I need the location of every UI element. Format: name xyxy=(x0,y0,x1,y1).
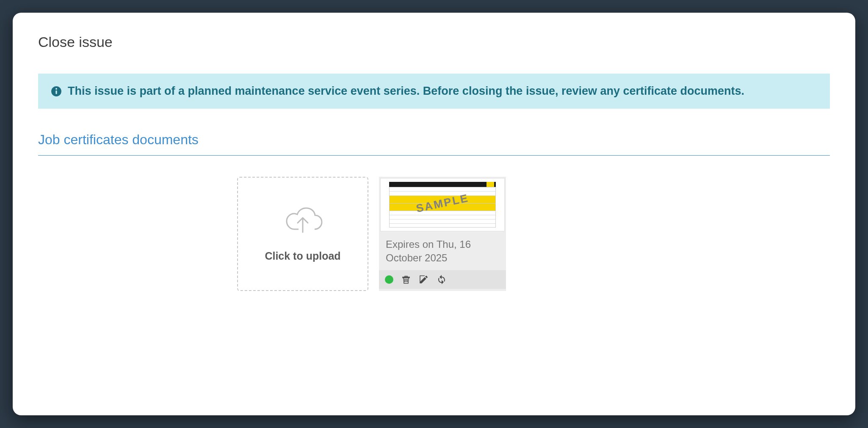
info-alert-banner: This issue is part of a planned maintena… xyxy=(38,74,830,109)
status-indicator-dot xyxy=(385,275,393,284)
document-actions-bar xyxy=(379,270,506,289)
delete-icon[interactable] xyxy=(401,274,411,285)
section-heading-job-certificates: Job certificates documents xyxy=(38,132,830,156)
svg-rect-1 xyxy=(55,90,57,94)
alert-message: This issue is part of a planned maintena… xyxy=(68,85,744,98)
refresh-icon[interactable] xyxy=(437,274,447,285)
certificate-preview: SAMPLE xyxy=(389,182,496,228)
upload-label: Click to upload xyxy=(265,250,340,262)
document-card: SAMPLE Expires on Thu, 16 October 2025 xyxy=(379,177,506,291)
upload-dropzone[interactable]: Click to upload xyxy=(237,177,368,291)
document-thumbnail[interactable]: SAMPLE xyxy=(380,178,505,231)
document-expiry-text: Expires on Thu, 16 October 2025 xyxy=(379,233,506,270)
close-issue-modal: Close issue This issue is part of a plan… xyxy=(13,13,855,415)
documents-row: Click to upload xyxy=(38,177,830,291)
cloud-upload-icon xyxy=(282,206,324,237)
svg-point-2 xyxy=(55,88,57,90)
modal-title: Close issue xyxy=(38,34,830,50)
edit-icon[interactable] xyxy=(419,274,429,285)
alert-info-icon xyxy=(51,86,62,97)
